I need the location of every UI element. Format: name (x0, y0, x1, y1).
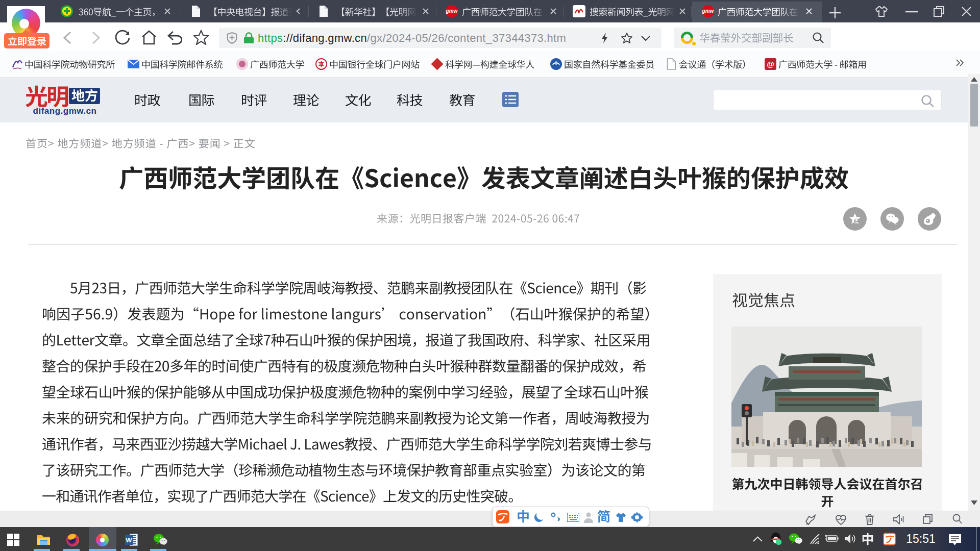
svg-text:W: W (126, 536, 132, 544)
